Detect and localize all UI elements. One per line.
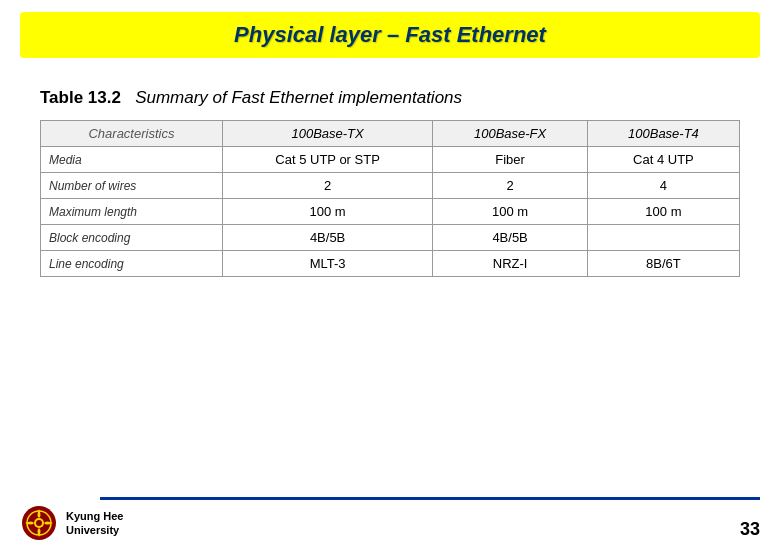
table-row: Block encoding4B/5B4B/5B [41,225,740,251]
col-header-1: 100Base-TX [222,121,432,147]
table-row: Number of wires224 [41,173,740,199]
cell-1-2: 2 [433,173,588,199]
table-desc: Summary of Fast Ethernet implementations [135,88,462,107]
cell-2-0: Maximum length [41,199,223,225]
cell-1-0: Number of wires [41,173,223,199]
title-bar: Physical layer – Fast Ethernet [20,12,760,58]
cell-3-1: 4B/5B [222,225,432,251]
table-label: Table 13.2 [40,88,121,107]
col-header-3: 100Base-T4 [587,121,739,147]
university-name: Kyung Hee University [66,509,123,538]
table-caption: Table 13.2 Summary of Fast Ethernet impl… [40,88,740,108]
cell-4-2: NRZ-I [433,251,588,277]
cell-3-3 [587,225,739,251]
cell-3-0: Block encoding [41,225,223,251]
footer: Kyung Hee University 33 [0,504,780,540]
cell-1-3: 4 [587,173,739,199]
cell-4-1: MLT-3 [222,251,432,277]
cell-0-3: Cat 4 UTP [587,147,739,173]
svg-point-3 [36,520,42,526]
cell-0-0: Media [41,147,223,173]
table-row: MediaCat 5 UTP or STPFiberCat 4 UTP [41,147,740,173]
university-line1: Kyung Hee [66,509,123,523]
slide-title: Physical layer – Fast Ethernet [40,22,740,48]
cell-1-1: 2 [222,173,432,199]
data-table: Characteristics 100Base-TX 100Base-FX 10… [40,120,740,277]
cell-0-2: Fiber [433,147,588,173]
cell-2-1: 100 m [222,199,432,225]
col-header-2: 100Base-FX [433,121,588,147]
cell-0-1: Cat 5 UTP or STP [222,147,432,173]
footer-line [100,497,760,500]
cell-3-2: 4B/5B [433,225,588,251]
slide: Physical layer – Fast Ethernet Table 13.… [0,12,780,540]
university-logo [20,504,58,540]
cell-4-3: 8B/6T [587,251,739,277]
table-row: Line encodingMLT-3NRZ-I8B/6T [41,251,740,277]
cell-2-3: 100 m [587,199,739,225]
university-line2: University [66,523,123,537]
content-area: Table 13.2 Summary of Fast Ethernet impl… [0,58,780,297]
col-header-0: Characteristics [41,121,223,147]
table-header-row: Characteristics 100Base-TX 100Base-FX 10… [41,121,740,147]
footer-left: Kyung Hee University [20,504,123,540]
table-row: Maximum length100 m100 m100 m [41,199,740,225]
cell-2-2: 100 m [433,199,588,225]
page-number: 33 [740,519,760,540]
cell-4-0: Line encoding [41,251,223,277]
